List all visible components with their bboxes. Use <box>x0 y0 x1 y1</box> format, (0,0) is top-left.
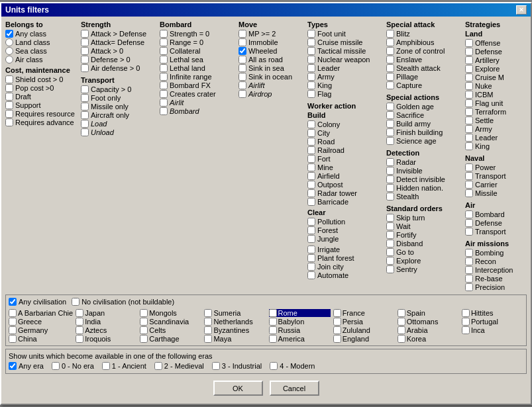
recon-cb[interactable] <box>465 257 473 265</box>
bombard-bom-cb[interactable] <box>160 107 168 115</box>
strength0-cb[interactable] <box>160 30 168 38</box>
civ-germany-cb[interactable] <box>9 326 17 334</box>
civ-netherlands-cb[interactable] <box>204 318 212 326</box>
collateral-cb[interactable] <box>160 47 168 55</box>
king-strat-cb[interactable] <box>465 142 473 150</box>
civ-france-cb[interactable] <box>333 309 341 317</box>
king-cb[interactable] <box>307 81 315 89</box>
civ-aztecs-cb[interactable] <box>76 326 83 334</box>
civ-mongols-cb[interactable] <box>140 309 148 317</box>
road-cb[interactable] <box>307 138 315 146</box>
defense-gt0-cb[interactable] <box>81 56 89 64</box>
automate-cb[interactable] <box>307 271 315 279</box>
zone-control-cb[interactable] <box>386 47 394 55</box>
cancel-button[interactable]: Cancel <box>270 381 319 396</box>
era-0-cb[interactable] <box>52 362 60 370</box>
unload-cb[interactable] <box>81 128 89 136</box>
icbm-cb[interactable] <box>465 91 473 99</box>
support-checkbox[interactable] <box>5 101 13 109</box>
defense-cb[interactable] <box>465 48 473 56</box>
leader-cb[interactable] <box>307 64 315 72</box>
bombard-fx-cb[interactable] <box>160 81 168 89</box>
requires-resource-checkbox[interactable] <box>5 110 13 118</box>
power-cb[interactable] <box>465 163 473 171</box>
civ-arabia-cb[interactable] <box>398 326 405 334</box>
nuclear-weapon-cb[interactable] <box>307 56 315 64</box>
sink-sea-cb[interactable] <box>239 64 246 72</box>
defense-air-cb[interactable] <box>465 219 473 227</box>
go-to-cb[interactable] <box>386 248 394 256</box>
civ-greece-cb[interactable] <box>9 318 17 326</box>
airfield-cb[interactable] <box>307 172 315 180</box>
flag-cb[interactable] <box>307 90 315 98</box>
nuke-cb[interactable] <box>465 82 473 90</box>
requires-advance-checkbox[interactable] <box>5 118 13 126</box>
precision-cb[interactable] <box>465 283 473 291</box>
missile-naval-cb[interactable] <box>465 189 473 197</box>
enslave-cb[interactable] <box>386 56 394 64</box>
airlift-move-cb[interactable] <box>239 81 246 89</box>
missile-only-cb[interactable] <box>81 103 89 111</box>
civ-america-cb[interactable] <box>269 335 277 343</box>
hidden-nation-cb[interactable] <box>386 184 394 192</box>
shield-cost-checkbox[interactable] <box>5 75 13 83</box>
plant-forest-cb[interactable] <box>307 254 315 262</box>
barricade-cb[interactable] <box>307 198 315 206</box>
skip-turn-cb[interactable] <box>386 214 394 222</box>
civ-russia-cb[interactable] <box>269 326 277 334</box>
close-button[interactable]: ✕ <box>516 5 527 15</box>
civ-england-cb[interactable] <box>333 335 341 343</box>
wait-cb[interactable] <box>386 222 394 230</box>
era-2-cb[interactable] <box>154 362 162 370</box>
transport-naval-cb[interactable] <box>465 172 473 180</box>
civ-persia-cb[interactable] <box>333 318 341 326</box>
city-cb[interactable] <box>307 129 315 137</box>
radar-cb[interactable] <box>386 158 394 166</box>
draft-checkbox[interactable] <box>5 93 13 101</box>
airdrop-cb[interactable] <box>239 90 246 98</box>
sink-ocean-cb[interactable] <box>239 73 246 81</box>
cruise-missile-cb[interactable] <box>307 38 315 46</box>
immobile-cb[interactable] <box>239 38 246 46</box>
carrier-cb[interactable] <box>465 181 473 189</box>
aircraft-only-cb[interactable] <box>81 111 89 119</box>
any-class-checkbox[interactable] <box>5 30 13 38</box>
capacity-cb[interactable] <box>81 85 89 93</box>
lethal-sea-cb[interactable] <box>160 56 168 64</box>
blitz-cb[interactable] <box>386 30 394 38</box>
civ-byzantines-cb[interactable] <box>204 326 212 334</box>
civ-hittites-cb[interactable] <box>462 309 470 317</box>
outpost-cb[interactable] <box>307 181 315 189</box>
stealth-attack-cb[interactable] <box>386 64 394 72</box>
foot-only-cb[interactable] <box>81 94 89 102</box>
all-as-road-cb[interactable] <box>239 56 246 64</box>
settle-cb[interactable] <box>465 116 473 124</box>
range0-cb[interactable] <box>160 38 168 46</box>
jungle-cb[interactable] <box>307 235 315 243</box>
era-3-cb[interactable] <box>212 362 220 370</box>
stealth-cb[interactable] <box>386 193 394 201</box>
civ-sumeria-cb[interactable] <box>204 309 212 317</box>
creates-crater-cb[interactable] <box>160 90 168 98</box>
fortify-cb[interactable] <box>386 231 394 239</box>
civ-scandinavia-cb[interactable] <box>140 318 148 326</box>
pop-cost-checkbox[interactable] <box>5 84 13 92</box>
era-4-cb[interactable] <box>270 362 278 370</box>
flag-unit-cb[interactable] <box>465 99 473 107</box>
civ-zululand-cb[interactable] <box>333 326 341 334</box>
sentry-cb[interactable] <box>386 265 394 273</box>
civ-maya-cb[interactable] <box>204 335 212 343</box>
pollution-cb[interactable] <box>307 218 315 226</box>
civ-portugal-cb[interactable] <box>462 318 470 326</box>
explore-strat-cb[interactable] <box>465 65 473 73</box>
era-1-cb[interactable] <box>102 362 110 370</box>
railroad-cb[interactable] <box>307 146 315 154</box>
civ-iroquois-cb[interactable] <box>76 335 83 343</box>
attack-eq-defense-cb[interactable] <box>81 38 89 46</box>
civ-celts-cb[interactable] <box>140 326 148 334</box>
attack-gt-defense-cb[interactable] <box>81 30 89 38</box>
civ-korea-cb[interactable] <box>398 335 405 343</box>
army-strat-cb[interactable] <box>465 125 473 133</box>
foot-unit-cb[interactable] <box>307 30 315 38</box>
army-cb[interactable] <box>307 73 315 81</box>
